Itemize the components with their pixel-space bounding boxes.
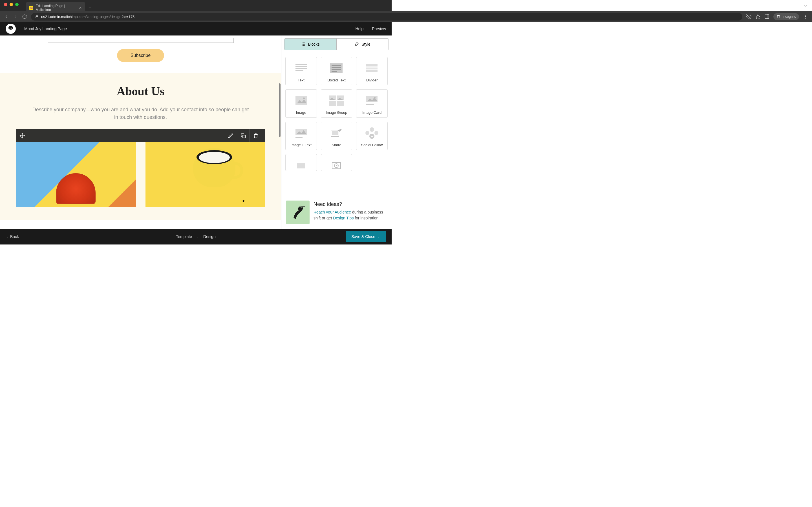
delete-block-button[interactable] xyxy=(249,129,262,142)
svg-rect-17 xyxy=(303,44,304,45)
svg-rect-29 xyxy=(332,69,341,70)
svg-rect-21 xyxy=(305,45,305,46)
breadcrumb-design[interactable]: Design xyxy=(203,234,216,239)
text-block-icon xyxy=(288,61,314,76)
block-image-group[interactable]: Image Group xyxy=(321,89,352,118)
svg-point-36 xyxy=(303,98,305,99)
block-image-text[interactable]: Image + Text xyxy=(285,122,317,150)
close-tab-icon[interactable]: ✕ xyxy=(79,6,82,10)
block-partial-1[interactable] xyxy=(285,154,317,171)
browser-chrome: 🐵 Edit Landing Page | Mailchimp ✕ + us21… xyxy=(0,0,392,22)
block-toolbar xyxy=(16,129,265,142)
svg-rect-20 xyxy=(303,45,304,46)
move-handle-icon[interactable] xyxy=(19,133,25,138)
email-input-field[interactable] xyxy=(48,38,234,43)
url-domain: us21.admin.mailchimp.com xyxy=(41,15,86,19)
reload-button[interactable] xyxy=(22,14,27,19)
duplicate-block-button[interactable] xyxy=(237,129,249,142)
mailchimp-logo[interactable] xyxy=(6,24,16,34)
svg-rect-18 xyxy=(305,44,305,45)
svg-point-57 xyxy=(374,131,378,135)
mailchimp-favicon-icon: 🐵 xyxy=(29,6,33,10)
editor-canvas[interactable]: Subscribe About Us Describe your company… xyxy=(0,36,281,229)
image-card-icon xyxy=(359,93,385,108)
svg-rect-16 xyxy=(302,44,303,45)
tab-style[interactable]: Style xyxy=(337,39,389,50)
svg-rect-30 xyxy=(332,71,337,72)
block-partial-icon xyxy=(288,158,314,171)
block-divider[interactable]: Divider xyxy=(356,57,388,86)
chevron-right-icon xyxy=(196,235,199,238)
svg-rect-27 xyxy=(332,65,341,66)
svg-rect-65 xyxy=(301,207,305,207)
window-minimize-button[interactable] xyxy=(10,3,13,6)
svg-marker-63 xyxy=(336,165,338,166)
image-text-icon xyxy=(288,125,314,140)
svg-rect-50 xyxy=(296,136,307,136)
svg-rect-51 xyxy=(296,137,303,138)
image-icon xyxy=(288,93,314,108)
lock-icon xyxy=(35,15,39,18)
svg-rect-46 xyxy=(366,103,377,103)
share-icon xyxy=(323,125,350,140)
url-path: /landing-pages/design?id=175 xyxy=(86,15,135,19)
svg-point-45 xyxy=(374,97,375,98)
svg-rect-33 xyxy=(366,69,377,72)
svg-rect-25 xyxy=(296,70,303,71)
svg-rect-28 xyxy=(332,67,341,68)
svg-rect-31 xyxy=(366,64,377,66)
preview-link[interactable]: Preview xyxy=(372,26,386,31)
edit-block-button[interactable] xyxy=(224,129,237,142)
boxed-text-icon xyxy=(323,61,350,76)
design-tips-link[interactable]: Design Tips xyxy=(333,216,354,220)
block-boxed-text[interactable]: Boxed Text xyxy=(321,57,352,86)
svg-text:+: + xyxy=(371,134,373,138)
canvas-scrollbar[interactable] xyxy=(279,83,281,137)
nav-forward-button[interactable] xyxy=(13,14,18,19)
window-close-button[interactable] xyxy=(4,3,7,6)
social-follow-icon: f+ xyxy=(359,125,385,140)
block-image[interactable]: Image xyxy=(285,89,317,118)
subscribe-button[interactable]: Subscribe xyxy=(117,49,164,62)
image-right[interactable]: ➤ xyxy=(146,142,265,207)
svg-text:f: f xyxy=(371,128,372,131)
block-text[interactable]: Text xyxy=(285,57,317,86)
mouse-cursor-icon: ➤ xyxy=(242,199,245,203)
svg-rect-13 xyxy=(302,43,303,43)
help-link[interactable]: Help xyxy=(355,26,363,31)
ideas-title: Need ideas? xyxy=(313,201,387,208)
need-ideas-panel: Need ideas? Reach your Audience during a… xyxy=(282,196,392,229)
svg-rect-53 xyxy=(332,131,338,135)
divider-icon xyxy=(359,61,385,76)
svg-rect-47 xyxy=(366,104,374,105)
block-video[interactable] xyxy=(321,154,352,171)
window-maximize-button[interactable] xyxy=(15,3,18,6)
image-left[interactable] xyxy=(16,142,136,207)
svg-rect-15 xyxy=(305,43,305,43)
reach-audience-link[interactable]: Reach your Audience xyxy=(313,210,351,214)
paint-icon xyxy=(355,42,359,47)
svg-rect-19 xyxy=(302,45,303,46)
svg-rect-24 xyxy=(296,68,307,69)
tab-blocks[interactable]: Blocks xyxy=(285,39,337,50)
ideas-illustration xyxy=(286,201,310,224)
save-close-button[interactable]: Save & Close xyxy=(346,231,386,242)
grid-icon xyxy=(301,42,306,47)
back-button[interactable]: Back xyxy=(6,234,19,239)
nav-back-button[interactable] xyxy=(4,14,9,19)
breadcrumb-template[interactable]: Template xyxy=(176,234,192,239)
new-tab-button[interactable]: + xyxy=(89,5,92,11)
chevron-left-icon xyxy=(6,235,9,238)
image-group-block[interactable]: ➤ xyxy=(16,129,265,207)
svg-point-64 xyxy=(298,207,301,210)
block-social-follow[interactable]: f+ Social Follow xyxy=(356,122,388,150)
video-icon xyxy=(323,158,350,171)
block-share[interactable]: Share xyxy=(321,122,352,150)
svg-rect-0 xyxy=(36,16,38,18)
side-panel: Blocks Style Text Boxed Text Divider xyxy=(281,36,392,229)
block-image-card[interactable]: Image Card xyxy=(356,89,388,118)
about-us-heading[interactable]: About Us xyxy=(8,84,273,98)
about-us-description[interactable]: Describe your company—who you are and wh… xyxy=(31,106,251,121)
address-bar[interactable]: us21.admin.mailchimp.com/landing-pages/d… xyxy=(31,13,392,20)
svg-rect-32 xyxy=(366,68,377,68)
